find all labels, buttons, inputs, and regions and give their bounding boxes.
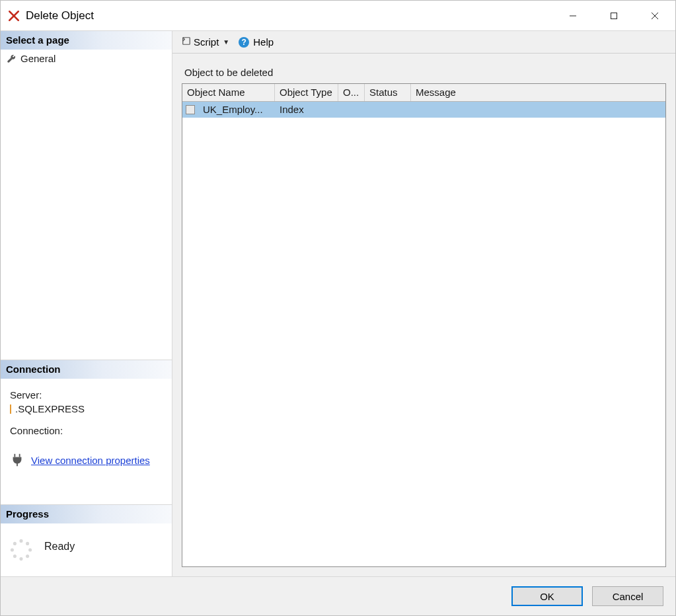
connection-header: Connection [1,360,172,379]
toolbar: Script ▼ ? Help [172,31,675,54]
svg-point-11 [13,555,17,558]
close-button[interactable] [634,1,675,30]
grid-header: Object Name Object Type O... Status Mess… [182,84,665,102]
script-label: Script [194,36,219,48]
progress-status-text: Ready [44,541,75,559]
svg-point-6 [19,539,22,543]
progress-spinner-icon [10,539,32,561]
dialog-footer: OK Cancel [1,577,675,615]
svg-point-10 [19,557,22,560]
server-indicator-icon [10,404,11,414]
svg-point-7 [26,542,29,545]
col-message[interactable]: Message [411,84,665,101]
page-list: General [1,50,172,68]
cell-object-name: UK_Employ... [198,102,275,118]
help-icon: ? [239,37,249,48]
col-owner[interactable]: O... [338,84,365,101]
sidebar: Select a page General Connection Server:… [1,31,172,576]
cell-owner [338,102,365,118]
cancel-button[interactable]: Cancel [592,586,663,606]
connection-plug-icon [10,453,24,467]
ok-button[interactable]: OK [511,586,583,606]
connection-label: Connection: [10,425,165,436]
connection-panel: Server: .SQLEXPRESS Connection: View con… [1,379,172,474]
objects-grid: Object Name Object Type O... Status Mess… [182,83,666,567]
delete-object-dialog: Delete Object Select a page Genera [0,0,676,616]
object-to-delete-title: Object to be deleted [184,67,666,78]
content-area: Object to be deleted Object Name Object … [172,54,675,576]
svg-point-9 [26,555,29,558]
table-row[interactable]: UK_Employ... Index [182,102,665,118]
progress-panel: Ready [1,523,172,576]
main-panel: Script ▼ ? Help Object to be deleted Obj… [172,31,675,576]
page-item-label: General [20,53,56,64]
chevron-down-icon: ▼ [223,38,229,46]
col-object-name[interactable]: Object Name [182,84,275,101]
script-button[interactable]: Script ▼ [179,35,232,49]
col-object-type[interactable]: Object Type [275,84,338,101]
row-handle[interactable] [182,102,198,118]
grid-body: UK_Employ... Index [182,102,665,566]
server-value-row: .SQLEXPRESS [10,403,165,414]
server-label: Server: [10,389,165,401]
delete-x-icon [7,9,20,22]
select-page-header: Select a page [1,31,172,50]
dialog-body: Select a page General Connection Server:… [1,31,675,577]
server-value: .SQLEXPRESS [15,403,85,414]
svg-point-12 [11,548,14,551]
help-button[interactable]: ? Help [236,35,276,49]
svg-point-8 [28,548,32,551]
page-item-general[interactable]: General [3,52,169,65]
view-connection-properties-link[interactable]: View connection properties [31,455,150,466]
cell-status [365,102,411,118]
cell-message [411,102,665,118]
svg-rect-3 [611,13,617,19]
view-connection-properties[interactable]: View connection properties [10,453,165,467]
script-icon [182,36,191,48]
minimize-button[interactable] [552,1,593,30]
cell-object-type: Index [275,102,338,118]
svg-point-13 [13,542,17,545]
window-title: Delete Object [26,9,552,22]
wrench-icon [6,54,17,64]
progress-header: Progress [1,504,172,523]
titlebar: Delete Object [1,1,675,31]
col-status[interactable]: Status [365,84,411,101]
help-label: Help [253,36,274,48]
maximize-button[interactable] [593,1,634,30]
window-controls [552,1,675,30]
